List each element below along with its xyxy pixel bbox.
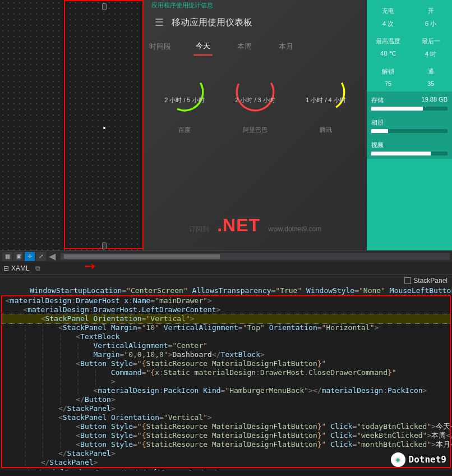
wechat-watermark: ✦ Dotnet9 — [391, 452, 446, 467]
resize-handle-bottom[interactable] — [102, 242, 107, 249]
svg-point-0 — [162, 69, 207, 115]
usage-circles: 2 小时 / 5 小时 百度 2 小时 / 3 小时 阿里巴巴 1 小时 / 4… — [144, 59, 367, 140]
svg-point-1 — [232, 69, 278, 115]
horizontal-scrollbar[interactable] — [61, 253, 450, 260]
xaml-tab-bar: ⊟ XAML ⧉ — [0, 262, 452, 275]
stat-comm: 通35 — [409, 63, 452, 91]
stat-unlock: 解锁75 — [367, 63, 409, 91]
stats-sidebar: 充电4 次 开6 小 最高温度40 ℃ 最后一4 时 解锁75 通35 存储19… — [367, 0, 452, 250]
circle-baidu: 2 小时 / 5 小时 百度 — [154, 69, 215, 134]
breadcrumb-icon[interactable] — [404, 277, 411, 284]
circle-alibaba: 2 小时 / 3 小时 阿里巴巴 — [224, 69, 286, 134]
popout-icon[interactable]: ⧉ — [35, 264, 40, 272]
period-tabs: 时间段 今天 本周 本月 — [144, 34, 367, 59]
code-editor[interactable]: WindowStartupLocation="CenterScreen" All… — [0, 286, 452, 470]
scroll-left-icon[interactable]: ◀ — [49, 251, 56, 262]
tab-today[interactable]: 今天 — [193, 38, 213, 56]
circle-tencent: 1 小时 / 4 小时 腾讯 — [295, 69, 357, 134]
tab-week[interactable]: 本周 — [235, 38, 254, 55]
stat-charge: 充电4 次 — [367, 2, 409, 33]
tool-guides-icon[interactable]: ✛ — [25, 252, 35, 261]
dashboard-header: ☰ 移动应用使用仪表板 — [144, 11, 367, 34]
period-label: 时间段 — [149, 42, 171, 52]
menu-icon[interactable]: ☰ — [155, 16, 164, 29]
stat-last: 最后一4 时 — [409, 33, 452, 63]
bar-video: 视频 — [367, 136, 452, 159]
bar-storage: 存储19.88 GB — [367, 91, 452, 114]
wechat-icon: ✦ — [391, 452, 405, 467]
dashboard-panel: 应用程序使用统计信息 ☰ 移动应用使用仪表板 时间段 今天 本周 本月 2 小时… — [144, 0, 367, 250]
designer-surface[interactable]: ➘ 应用程序使用统计信息 ☰ 移动应用使用仪表板 时间段 今天 本周 本月 2 … — [0, 0, 452, 250]
selection-dot — [103, 127, 105, 129]
selection-rectangle[interactable] — [64, 0, 144, 249]
tab-month[interactable]: 本月 — [276, 38, 296, 55]
tool-zoom-icon[interactable]: ⤢ — [36, 252, 46, 261]
tool-grid-icon[interactable]: ▦ — [2, 252, 12, 261]
app-title: 应用程序使用统计信息 — [144, 0, 367, 11]
stat-temp: 最高温度40 ℃ — [367, 33, 409, 63]
design-canvas-left[interactable] — [0, 0, 144, 250]
xaml-collapse-icon[interactable]: ⊟ — [3, 264, 9, 272]
stat-open: 开6 小 — [409, 2, 452, 33]
bar-album: 相册 — [367, 114, 452, 136]
resize-handle-top[interactable] — [102, 3, 107, 10]
svg-point-2 — [303, 69, 349, 115]
app-preview: 应用程序使用统计信息 ☰ 移动应用使用仪表板 时间段 今天 本周 本月 2 小时… — [144, 0, 452, 250]
tool-snap-icon[interactable]: ▣ — [13, 252, 24, 261]
dashboard-header-text: 移动应用使用仪表板 — [172, 17, 252, 29]
designer-toolbar: ▦ ▣ ✛ ⤢ ◀ — [0, 250, 452, 262]
breadcrumb-text[interactable]: StackPanel — [413, 277, 448, 285]
dotnet-logo: .NET — [217, 215, 260, 235]
breadcrumb-bar: StackPanel — [0, 275, 452, 286]
watermark-url: www.dotnet9.com — [269, 225, 322, 233]
watermark: 订阅到 .NET www.dotnet9.com — [144, 205, 367, 250]
xaml-tab[interactable]: XAML — [11, 264, 30, 272]
